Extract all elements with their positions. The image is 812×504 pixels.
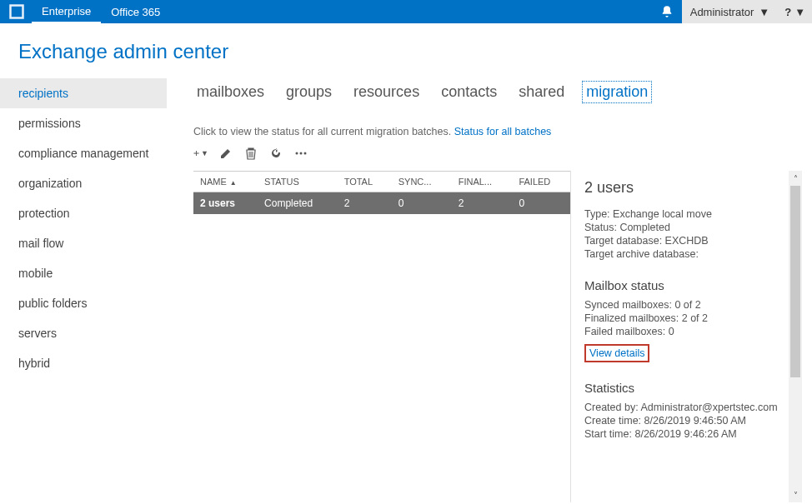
sidebar-item-mailflow[interactable]: mail flow [0,228,167,258]
svg-rect-1 [12,7,23,17]
new-button[interactable]: ▼ [193,146,208,161]
sidebar-item-label: hybrid [18,357,50,370]
detail-type: TypeExchange local move [584,208,790,220]
scroll-down-icon[interactable]: ˅ [790,489,800,501]
detail-createdby: Created byAdministrator@xpertstec.com [584,402,790,413]
sidebar-item-label: organization [18,177,82,190]
status-hint: Click to view the status for all current… [193,126,802,137]
help-icon: ? [784,6,791,18]
tab-label: contacts [441,83,497,100]
detail-finalized: Finalized mailboxes2 of 2 [584,312,790,324]
sidebar-item-label: public folders [18,297,88,310]
details-title: 2 users [584,179,790,197]
sidebar-item-mobile[interactable]: mobile [0,258,167,288]
nav-office365-label: Office 365 [111,6,160,18]
user-menu[interactable]: Administrator ▼ [682,0,778,23]
office-logo-icon [8,3,25,20]
cell-total: 2 [338,192,392,215]
details-pane: ˄ ˅ 2 users TypeExchange local move Stat… [570,171,802,502]
sidebar-item-hybrid[interactable]: hybrid [0,348,167,378]
main: recipients permissions compliance manage… [0,78,812,502]
sidebar-item-protection[interactable]: protection [0,198,167,228]
svg-point-2 [296,152,298,155]
tabs: mailboxes groups resources contacts shar… [193,82,802,102]
sort-asc-icon: ▲ [230,179,237,187]
tab-contacts[interactable]: contacts [438,82,500,102]
scrollbar[interactable]: ˄ ˅ [789,171,802,502]
delete-button[interactable] [243,146,258,161]
table-wrap: NAME▲ STATUS TOTAL SYNC... FINAL... FAIL… [193,171,570,502]
scroll-up-icon[interactable]: ˄ [790,172,800,184]
migration-table: NAME▲ STATUS TOTAL SYNC... FINAL... FAIL… [193,171,570,214]
notifications-button[interactable] [652,5,682,18]
col-name[interactable]: NAME▲ [193,172,258,192]
edit-button[interactable] [218,146,233,161]
caret-down-icon: ▼ [759,6,769,18]
tab-label: resources [353,83,419,100]
nav-enterprise[interactable]: Enterprise [32,0,101,23]
tab-label: shared [519,83,564,100]
refresh-button[interactable] [268,146,283,161]
col-total[interactable]: TOTAL [338,172,392,192]
cell-name: 2 users [193,192,258,215]
col-failed[interactable]: FAILED [512,172,570,192]
detail-targetdb: Target databaseEXCHDB [584,235,790,247]
sidebar-item-label: compliance management [18,147,148,160]
detail-targetarchive: Target archive database [584,248,790,260]
content: mailboxes groups resources contacts shar… [167,78,812,502]
caret-down-icon: ▼ [201,149,208,157]
tab-label: groups [286,83,332,100]
caret-down-icon: ▼ [794,6,805,18]
sidebar-item-label: permissions [18,117,81,130]
nav-office365[interactable]: Office 365 [101,0,170,23]
table-header-row: NAME▲ STATUS TOTAL SYNC... FINAL... FAIL… [193,172,570,192]
sidebar-item-organization[interactable]: organization [0,168,167,198]
more-button[interactable] [293,146,308,161]
svg-point-3 [300,152,303,155]
grid-area: NAME▲ STATUS TOTAL SYNC... FINAL... FAIL… [193,171,802,502]
view-details-link[interactable]: View details [584,344,649,362]
cell-finalized: 2 [452,192,513,215]
page-title-area: Exchange admin center [0,23,812,78]
table-row[interactable]: 2 users Completed 2 0 2 0 [193,192,570,215]
mailbox-status-title: Mailbox status [584,278,790,292]
tab-resources[interactable]: resources [350,82,423,102]
sidebar-item-publicfolders[interactable]: public folders [0,288,167,318]
statistics-title: Statistics [584,381,790,395]
cell-failed: 0 [512,192,570,215]
tab-mailboxes[interactable]: mailboxes [193,82,268,102]
status-all-batches-link[interactable]: Status for all batches [454,126,552,137]
detail-starttime: Start time8/26/2019 9:46:26 AM [584,428,790,440]
sidebar-item-label: servers [18,327,57,340]
cell-synced: 0 [392,192,452,215]
toolbar: ▼ [193,146,802,161]
col-status[interactable]: STATUS [258,172,338,192]
detail-synced: Synced mailboxes0 of 2 [584,299,790,311]
svg-point-4 [304,152,307,155]
sidebar: recipients permissions compliance manage… [0,78,167,502]
tab-groups[interactable]: groups [283,82,335,102]
tab-migration[interactable]: migration [583,82,651,102]
sidebar-item-label: mobile [18,267,53,280]
cell-status: Completed [258,192,338,215]
col-synced[interactable]: SYNC... [392,172,452,192]
help-menu[interactable]: ? ▼ [778,0,812,23]
user-name: Administrator [690,6,754,18]
sidebar-item-label: protection [18,207,69,220]
sidebar-item-recipients[interactable]: recipients [0,78,167,108]
sidebar-item-label: mail flow [18,237,63,250]
tab-label: migration [586,83,648,100]
col-finalized[interactable]: FINAL... [452,172,513,192]
nav-enterprise-label: Enterprise [42,5,91,17]
sidebar-item-compliance[interactable]: compliance management [0,138,167,168]
sidebar-item-label: recipients [18,87,68,100]
detail-failed: Failed mailboxes0 [584,326,790,337]
hint-text: Click to view the status for all current… [193,126,451,137]
sidebar-item-servers[interactable]: servers [0,318,167,348]
top-bar: Enterprise Office 365 Administrator ▼ ? … [0,0,812,23]
detail-status: StatusCompleted [584,222,790,233]
sidebar-item-permissions[interactable]: permissions [0,108,167,138]
page-title: Exchange admin center [18,40,812,63]
scrollbar-thumb[interactable] [790,186,800,377]
tab-shared[interactable]: shared [515,82,568,102]
